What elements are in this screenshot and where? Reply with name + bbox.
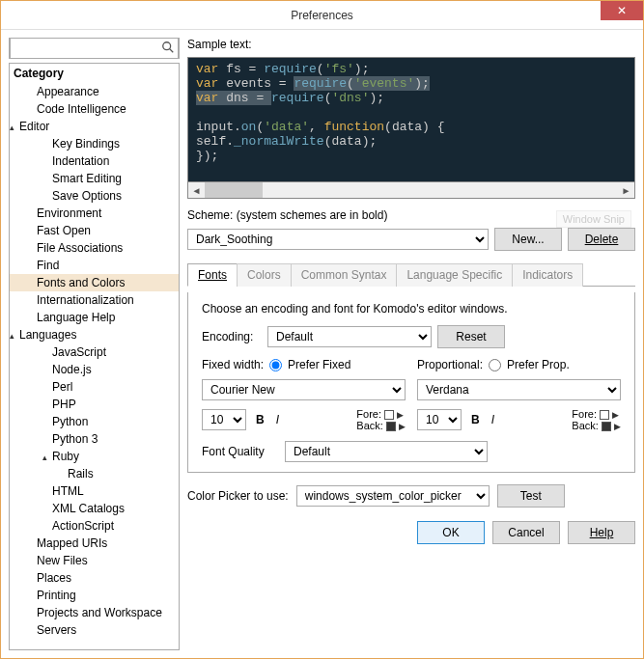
tree-item[interactable]: New Files <box>10 552 179 569</box>
prefer-fixed-radio[interactable] <box>269 359 282 371</box>
search-icon[interactable] <box>161 41 175 57</box>
prop-fore-swatch[interactable] <box>600 410 609 420</box>
fixed-fore-swatch[interactable] <box>384 410 394 420</box>
tree-item-label: Mapped URIs <box>37 536 107 550</box>
prop-font-select[interactable]: Verdana <box>417 379 621 400</box>
tree-item[interactable]: ▴Languages <box>10 326 179 343</box>
tree-item[interactable]: ▴Ruby <box>10 448 179 465</box>
fixed-font-select[interactable]: Courier New <box>202 379 406 400</box>
tab-language-specific[interactable]: Language Specific <box>396 263 513 287</box>
tree-item[interactable]: Fast Open <box>10 222 179 239</box>
tree-item[interactable]: XML Catalogs <box>10 500 179 517</box>
tree-item[interactable]: File Associations <box>10 239 179 257</box>
tree-item[interactable]: JavaScript <box>10 343 179 361</box>
sample-hscrollbar[interactable]: ◄ ► <box>187 182 635 199</box>
scheme-new-button[interactable]: New... <box>494 228 562 251</box>
tree-item[interactable]: Printing <box>10 587 179 604</box>
fonts-tabpanel: Choose an encoding and font for Komodo's… <box>187 292 635 473</box>
tab-fonts[interactable]: Fonts <box>187 263 238 287</box>
chevron-right-icon[interactable]: ▶ <box>612 410 619 420</box>
close-button[interactable]: ✕ <box>601 1 643 20</box>
prefer-fixed-label: Prefer Fixed <box>288 358 350 371</box>
preferences-window: Preferences ✕ Category AppearanceCode In… <box>0 0 644 659</box>
tree-item[interactable]: Node.js <box>10 361 179 378</box>
scroll-left-icon[interactable]: ◄ <box>188 182 205 198</box>
tabs: Fonts Colors Common Syntax Language Spec… <box>187 262 635 287</box>
tree-item-label: Find <box>37 259 59 272</box>
tree-item[interactable]: Rails <box>10 465 179 482</box>
prefer-prop-label: Prefer Prop. <box>507 358 570 371</box>
tree-item[interactable]: Perl <box>10 378 179 396</box>
tree-item-label: HTML <box>52 484 84 498</box>
encoding-select[interactable]: Default <box>267 326 432 347</box>
tree-item-label: File Associations <box>37 241 123 255</box>
fixed-italic-toggle[interactable]: I <box>274 413 281 426</box>
chevron-right-icon[interactable]: ▶ <box>397 410 404 420</box>
tree-item[interactable]: Code Intelligence <box>10 100 179 118</box>
prop-size-select[interactable]: 10 <box>417 409 462 430</box>
chevron-right-icon[interactable]: ▶ <box>614 422 621 431</box>
reset-button[interactable]: Reset <box>437 325 505 348</box>
tree-item[interactable]: Indentation <box>10 152 179 170</box>
tree-item[interactable]: Places <box>10 569 179 587</box>
tree-item-label: Environment <box>37 206 101 220</box>
tree-item[interactable]: Appearance <box>10 83 179 100</box>
cancel-button[interactable]: Cancel <box>492 521 560 544</box>
color-picker-select[interactable]: windows_system_color_picker <box>296 485 490 507</box>
help-button[interactable]: Help <box>568 521 635 544</box>
tree-item[interactable]: Internationalization <box>10 291 179 309</box>
tree-item[interactable]: Mapped URIs <box>10 535 179 552</box>
window-title: Preferences <box>291 9 353 22</box>
tree-item[interactable]: Language Help <box>10 309 179 326</box>
ok-button[interactable]: OK <box>417 521 485 544</box>
search-input[interactable] <box>10 38 179 59</box>
sample-text-editor[interactable]: var fs = require('fs'); var events = req… <box>187 57 635 182</box>
color-picker-test-button[interactable]: Test <box>497 484 565 508</box>
fixed-bold-toggle[interactable]: B <box>254 413 266 426</box>
twisty-icon[interactable]: ▴ <box>10 123 19 132</box>
tree-item-label: JavaScript <box>52 345 106 359</box>
tree-item[interactable]: PHP <box>10 396 179 413</box>
tree-item-label: Printing <box>37 589 76 602</box>
tree-item[interactable]: Save Options <box>10 187 179 205</box>
tree-item[interactable]: Servers <box>10 621 179 639</box>
fixed-back-swatch[interactable] <box>386 422 396 431</box>
tree-item[interactable]: ▴Editor <box>10 118 179 135</box>
tab-common-syntax[interactable]: Common Syntax <box>291 263 398 287</box>
tab-colors[interactable]: Colors <box>237 263 292 287</box>
tree-item-label: Perl <box>52 380 72 394</box>
tree-item[interactable]: Smart Editing <box>10 170 179 187</box>
prop-bold-toggle[interactable]: B <box>469 413 482 426</box>
color-picker-label: Color Picker to use: <box>187 489 289 503</box>
tree-item[interactable]: ActionScript <box>10 517 179 535</box>
tree-item[interactable]: Python <box>10 413 179 430</box>
scroll-thumb[interactable] <box>205 182 263 198</box>
prefer-prop-radio[interactable] <box>489 359 501 371</box>
prop-italic-toggle[interactable]: I <box>490 413 496 426</box>
prop-back-swatch[interactable] <box>602 422 611 431</box>
tree-item[interactable]: HTML <box>10 482 179 500</box>
twisty-icon[interactable]: ▴ <box>42 453 52 462</box>
fixed-size-select[interactable]: 10 <box>202 409 246 430</box>
tree-item-label: Servers <box>37 623 76 637</box>
tree-item[interactable]: Environment <box>10 205 179 222</box>
tree-item[interactable]: Python 3 <box>10 430 179 448</box>
scroll-right-icon[interactable]: ► <box>618 182 634 198</box>
tree-item[interactable]: Projects and Workspace <box>10 604 179 621</box>
scheme-delete-button[interactable]: Delete <box>568 228 635 251</box>
scheme-select[interactable]: Dark_Soothing <box>187 229 489 250</box>
tree-item-label: Node.js <box>52 363 92 376</box>
tree-item[interactable]: Find <box>10 257 179 274</box>
dialog-footer: OK Cancel Help <box>187 513 635 544</box>
twisty-icon[interactable]: ▴ <box>10 331 19 341</box>
tree-item[interactable]: Key Bindings <box>10 135 179 152</box>
tree-item[interactable]: Fonts and Colors <box>10 274 179 291</box>
font-quality-label: Font Quality <box>202 445 279 458</box>
font-quality-select[interactable]: Default <box>285 441 488 462</box>
chevron-right-icon[interactable]: ▶ <box>399 422 406 431</box>
titlebar: Preferences ✕ <box>1 1 643 30</box>
category-tree[interactable]: Category AppearanceCode Intelligence▴Edi… <box>9 63 180 650</box>
tab-indicators[interactable]: Indicators <box>512 263 583 287</box>
tree-item-label: Save Options <box>52 189 122 203</box>
tree-item-label: Rails <box>68 467 94 481</box>
